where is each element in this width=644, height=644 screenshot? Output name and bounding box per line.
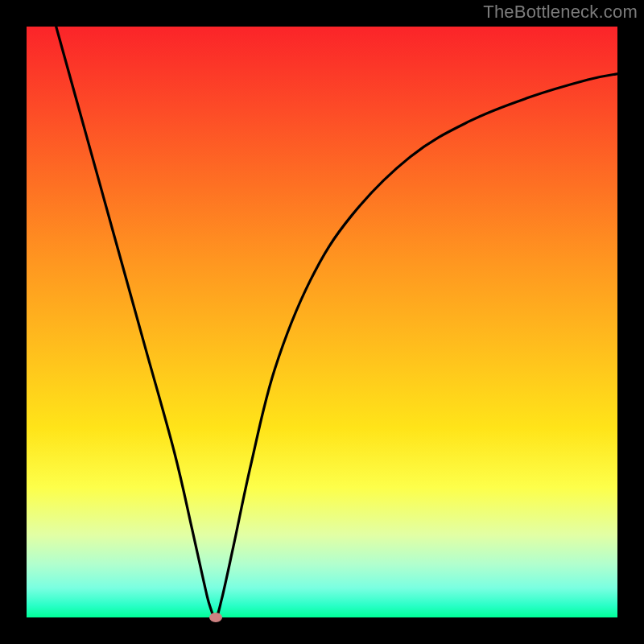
chart-container: TheBottleneck.com xyxy=(0,0,644,644)
watermark-text: TheBottleneck.com xyxy=(483,2,638,23)
bottleneck-curve xyxy=(27,27,617,617)
plot-area xyxy=(27,27,617,617)
minimum-marker xyxy=(209,613,222,622)
